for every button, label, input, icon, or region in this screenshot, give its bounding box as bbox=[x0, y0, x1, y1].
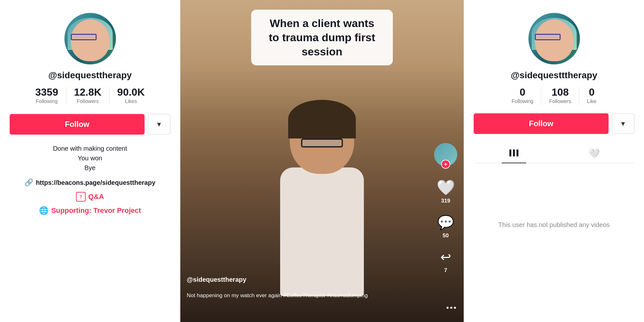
left-stat-following[interactable]: 3359 Following bbox=[28, 87, 66, 104]
comment-count: 50 bbox=[443, 232, 449, 239]
liked-icon: 🤍 bbox=[589, 148, 600, 158]
like-count: 319 bbox=[441, 198, 450, 204]
right-action-row: Follow ▼ bbox=[474, 113, 634, 134]
link-icon: 🔗 bbox=[24, 178, 33, 187]
video-overlay-text: When a client wants to trauma dump first… bbox=[269, 17, 375, 58]
comment-control[interactable]: 💬 50 bbox=[437, 213, 455, 239]
video-caption: Not happening on my watch ever again #Co… bbox=[187, 292, 431, 299]
right-username: @sidequestttherapy bbox=[511, 70, 597, 80]
right-likes-label: Like bbox=[587, 99, 596, 104]
video-username: @sidequesttherapy bbox=[187, 276, 246, 283]
right-stats-row: 0 Following 108 Followers 0 Like bbox=[474, 87, 634, 104]
videos-grid-icon bbox=[508, 148, 520, 158]
no-videos-message: This user has not published any videos bbox=[498, 221, 610, 229]
right-avatar bbox=[528, 13, 580, 64]
left-action-row: Follow ▼ bbox=[10, 114, 170, 135]
left-likes-label: Likes bbox=[125, 99, 137, 104]
right-profile-panel: @sidequestttherapy 0 Following 108 Follo… bbox=[464, 0, 644, 322]
left-stat-likes[interactable]: 90.0K Likes bbox=[109, 87, 152, 104]
left-dropdown-button[interactable]: ▼ bbox=[148, 114, 170, 135]
left-avatar bbox=[64, 13, 116, 64]
right-stat-followers[interactable]: 108 Followers bbox=[541, 87, 579, 104]
left-username: @sidequesttherapy bbox=[48, 70, 132, 80]
left-bio: Done with making content You won Bye bbox=[53, 144, 127, 173]
right-stat-following[interactable]: 0 Following bbox=[504, 87, 541, 104]
left-followers-count: 12.8K bbox=[74, 87, 101, 97]
left-link-text: https://beacons.page/sidequesttherapy bbox=[36, 179, 155, 186]
share-icon[interactable]: ↪ bbox=[437, 248, 455, 266]
share-count: 7 bbox=[444, 267, 447, 274]
video-overlay: When a client wants to trauma dump first… bbox=[251, 10, 393, 65]
left-follow-button[interactable]: Follow bbox=[10, 114, 145, 135]
like-control[interactable]: 🤍 319 bbox=[437, 178, 455, 204]
tab-videos[interactable] bbox=[502, 144, 526, 163]
right-follow-button[interactable]: Follow bbox=[474, 113, 609, 134]
tab-liked[interactable]: 🤍 bbox=[582, 144, 606, 163]
left-stat-followers[interactable]: 12.8K Followers bbox=[66, 87, 109, 104]
right-following-count: 0 bbox=[520, 87, 526, 97]
follow-plus-icon[interactable]: + bbox=[441, 160, 450, 169]
left-likes-count: 90.0K bbox=[117, 87, 145, 97]
comment-icon[interactable]: 💬 bbox=[437, 213, 455, 231]
left-qa-label: Q&A bbox=[88, 193, 104, 201]
right-followers-label: Followers bbox=[549, 99, 571, 104]
left-followers-label: Followers bbox=[77, 99, 99, 104]
right-stat-likes[interactable]: 0 Like bbox=[579, 87, 604, 104]
right-dropdown-button[interactable]: ▼ bbox=[612, 113, 634, 134]
left-profile-panel: @sidequesttherapy 3359 Following 12.8K F… bbox=[0, 0, 180, 322]
heart-icon[interactable]: 🤍 bbox=[437, 178, 455, 196]
qa-icon: ? bbox=[76, 192, 86, 202]
person-silhouette bbox=[258, 103, 386, 296]
left-support-text: Supporting: Trevor Project bbox=[51, 206, 141, 215]
left-support-row[interactable]: 🌐 Supporting: Trevor Project bbox=[39, 206, 141, 215]
left-stats-row: 3359 Following 12.8K Followers 90.0K Lik… bbox=[10, 87, 170, 104]
video-more-options[interactable]: ••• bbox=[446, 303, 457, 312]
left-following-count: 3359 bbox=[35, 87, 58, 97]
video-creator-avatar[interactable]: + bbox=[434, 143, 457, 166]
tabs-row: 🤍 bbox=[474, 144, 634, 163]
center-video-panel: When a client wants to trauma dump first… bbox=[180, 0, 464, 322]
left-following-label: Following bbox=[36, 99, 58, 104]
right-followers-count: 108 bbox=[552, 87, 569, 97]
globe-icon: 🌐 bbox=[39, 206, 49, 215]
right-following-label: Following bbox=[512, 99, 534, 104]
left-qa-row[interactable]: ? Q&A bbox=[76, 192, 104, 202]
right-likes-count: 0 bbox=[589, 87, 595, 97]
share-control[interactable]: ↪ 7 bbox=[437, 248, 455, 274]
video-controls: + 🤍 319 💬 50 ↪ 7 bbox=[434, 143, 457, 274]
left-link-row[interactable]: 🔗 https://beacons.page/sidequesttherapy bbox=[24, 178, 155, 187]
